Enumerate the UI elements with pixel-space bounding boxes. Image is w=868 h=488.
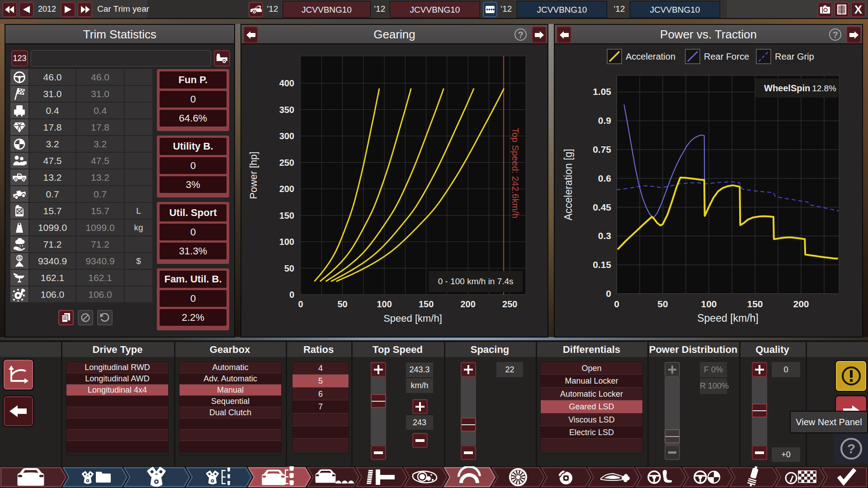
- svg-text:100: 100: [279, 237, 294, 247]
- svg-text:350: 350: [279, 105, 294, 115]
- svg-text:50: 50: [657, 299, 668, 309]
- svg-text:150: 150: [747, 299, 763, 309]
- svg-text:150: 150: [419, 299, 434, 309]
- svg-text:1.05: 1.05: [593, 86, 611, 97]
- svg-text:0 - 100 km/h in 7.4s: 0 - 100 km/h in 7.4s: [438, 277, 514, 286]
- svg-text:0.3: 0.3: [598, 230, 611, 241]
- svg-text:100: 100: [377, 299, 392, 309]
- svg-text:200: 200: [793, 299, 809, 309]
- svg-text:50: 50: [284, 263, 294, 273]
- svg-text:0: 0: [289, 290, 294, 300]
- svg-text:12.8%: 12.8%: [812, 84, 836, 93]
- svg-text:Speed [km/h]: Speed [km/h]: [383, 313, 442, 324]
- svg-text:$: $: [18, 255, 21, 261]
- svg-text:Acceleration [g]: Acceleration [g]: [562, 149, 574, 221]
- svg-text:250: 250: [502, 299, 517, 309]
- svg-text:Top Speed: 242.6km/h: Top Speed: 242.6km/h: [510, 128, 520, 218]
- svg-text:200: 200: [461, 299, 476, 309]
- svg-text:Speed [km/h]: Speed [km/h]: [697, 312, 759, 324]
- svg-text:0.45: 0.45: [593, 202, 611, 212]
- svg-text:100: 100: [701, 299, 717, 309]
- svg-text:0.15: 0.15: [593, 259, 611, 270]
- svg-text:0.6: 0.6: [598, 173, 611, 183]
- svg-text:200: 200: [279, 184, 294, 194]
- svg-text:0.9: 0.9: [598, 115, 611, 126]
- svg-text:250: 250: [279, 158, 294, 168]
- svg-text:400: 400: [279, 78, 294, 88]
- svg-text:WheelSpin: WheelSpin: [764, 83, 810, 93]
- svg-text:150: 150: [279, 211, 294, 221]
- svg-text:Power [hp]: Power [hp]: [248, 151, 259, 199]
- svg-text:50: 50: [337, 299, 347, 309]
- svg-text:0: 0: [298, 299, 303, 309]
- svg-text:0: 0: [606, 288, 611, 299]
- svg-text:?: ?: [847, 441, 855, 456]
- svg-text:0.75: 0.75: [593, 144, 611, 155]
- svg-text:0: 0: [614, 299, 619, 309]
- svg-text:300: 300: [279, 131, 294, 141]
